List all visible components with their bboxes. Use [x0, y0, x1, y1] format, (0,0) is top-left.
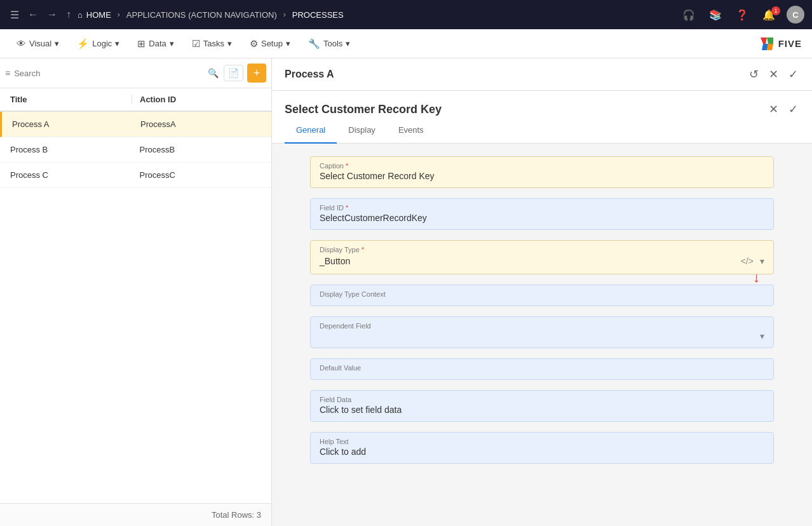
- tasks-icon: ☑: [192, 38, 200, 50]
- left-panel: ≡ 🔍 📄 + Title Action ID Process A Proces…: [0, 58, 272, 526]
- five-logo-svg: [758, 35, 776, 53]
- display-type-required: *: [362, 246, 364, 253]
- column-action-id: Action ID: [132, 95, 261, 104]
- code-icon[interactable]: </>: [740, 255, 755, 267]
- table-row[interactable]: Process C ProcessC: [0, 163, 271, 188]
- process-title: Process A: [285, 69, 334, 80]
- headset-icon[interactable]: 🎧: [680, 6, 698, 24]
- svg-marker-0: [761, 37, 767, 44]
- field-id-group: Field ID * SelectCustomerRecordKey: [310, 198, 774, 230]
- five-logo-text: FIVE: [778, 38, 802, 49]
- field-id-box[interactable]: Field ID * SelectCustomerRecordKey: [310, 198, 774, 230]
- caption-field-group: Caption * Select Customer Record Key: [310, 156, 774, 188]
- tab-events[interactable]: Events: [387, 118, 435, 144]
- logic-icon: ⚡: [77, 38, 89, 50]
- main-layout: ≡ 🔍 📄 + Title Action ID Process A Proces…: [0, 58, 812, 526]
- field-data-label: Field Data: [320, 396, 764, 403]
- field-id-required: *: [346, 204, 348, 212]
- toolbar-tools-label: Tools: [323, 39, 342, 48]
- data-dropdown-icon: ▾: [170, 39, 174, 48]
- breadcrumb-arrow-2: ›: [283, 10, 286, 19]
- display-type-context-box[interactable]: Display Type Context: [310, 285, 774, 306]
- form-title: Select Customer Record Key: [285, 103, 442, 116]
- table-row[interactable]: Process B ProcessB: [0, 137, 271, 163]
- breadcrumb-processes[interactable]: PROCESSES: [292, 10, 344, 20]
- confirm-form-icon[interactable]: ✓: [787, 101, 799, 118]
- tasks-dropdown-icon: ▾: [227, 39, 232, 48]
- caption-label: Caption *: [320, 162, 764, 170]
- display-type-dropdown-icon[interactable]: ▾: [760, 256, 764, 266]
- column-title: Title: [10, 95, 132, 104]
- breadcrumb-arrow-1: ›: [118, 10, 120, 19]
- top-navigation: ☰ ← → ↑ ⌂ HOME › APPLICATIONS (ACTION NA…: [0, 0, 812, 29]
- table-footer: Total Rows: 3: [0, 503, 271, 526]
- toolbar-tasks-label: Tasks: [203, 39, 224, 48]
- secondary-toolbar: 👁 Visual ▾ ⚡ Logic ▾ ⊞ Data ▾ ☑ Tasks ▾ …: [0, 29, 812, 58]
- up-icon[interactable]: ↑: [64, 6, 74, 23]
- forward-icon[interactable]: →: [44, 6, 60, 23]
- confirm-process-icon[interactable]: ✓: [787, 66, 799, 83]
- add-button[interactable]: +: [247, 64, 266, 83]
- document-button[interactable]: 📄: [224, 65, 243, 81]
- search-input[interactable]: [14, 69, 203, 78]
- form-tabs: General Display Events: [272, 118, 812, 144]
- breadcrumb-apps[interactable]: APPLICATIONS (ACTION NAVIGATION): [126, 10, 277, 20]
- history-icon[interactable]: ↺: [748, 66, 760, 83]
- field-data-group: Field Data Click to set field data: [310, 390, 774, 422]
- toolbar-visual[interactable]: 👁 Visual ▾: [10, 34, 65, 53]
- display-type-group: Display Type * _Button </> ▾ ↓: [310, 240, 774, 274]
- display-type-label: Display Type *: [320, 246, 764, 253]
- home-link[interactable]: ⌂ HOME: [78, 10, 111, 20]
- home-icon: ⌂: [78, 10, 83, 20]
- toolbar-data[interactable]: ⊞ Data ▾: [131, 34, 180, 53]
- row-title: Process A: [12, 119, 133, 129]
- data-icon: ⊞: [137, 38, 145, 50]
- dependent-field-box[interactable]: Dependent Field ▾: [310, 316, 774, 348]
- form-panel: Select Customer Record Key ✕ ✓ General D…: [272, 91, 812, 526]
- filter-icon: ≡: [5, 68, 10, 78]
- close-form-icon[interactable]: ✕: [768, 101, 780, 118]
- toolbar-logic[interactable]: ⚡ Logic ▾: [71, 34, 126, 53]
- toolbar-tasks[interactable]: ☑ Tasks ▾: [186, 34, 238, 53]
- row-action-id: ProcessC: [132, 170, 262, 180]
- red-arrow-indicator: ↓: [753, 269, 760, 286]
- tab-general[interactable]: General: [285, 118, 337, 144]
- help-text-value: Click to add: [320, 447, 764, 457]
- setup-icon: ⚙: [250, 38, 258, 50]
- search-button[interactable]: 🔍: [206, 67, 220, 79]
- field-data-box[interactable]: Field Data Click to set field data: [310, 390, 774, 422]
- row-action-id: ProcessB: [132, 145, 262, 154]
- toolbar-setup[interactable]: ⚙ Setup ▾: [243, 34, 297, 53]
- notification-badge: 1: [771, 6, 780, 15]
- table-row[interactable]: Process A ProcessA: [0, 112, 271, 137]
- help-icon[interactable]: ❓: [733, 6, 751, 24]
- five-logo: FIVE: [758, 35, 802, 53]
- caption-field-box[interactable]: Caption * Select Customer Record Key: [310, 156, 774, 188]
- form-header: Select Customer Record Key ✕ ✓: [272, 91, 812, 118]
- toolbar-logic-label: Logic: [92, 39, 112, 48]
- back-icon[interactable]: ←: [25, 6, 41, 23]
- library-icon[interactable]: 📚: [707, 6, 724, 24]
- row-title: Process B: [10, 145, 132, 154]
- display-type-box[interactable]: Display Type * _Button </> ▾: [310, 240, 774, 274]
- search-bar: ≡ 🔍 📄 +: [0, 58, 271, 88]
- user-avatar[interactable]: C: [787, 6, 804, 24]
- field-id-value: SelectCustomerRecordKey: [320, 213, 764, 223]
- toolbar-tools[interactable]: 🔧 Tools ▾: [302, 34, 356, 53]
- notifications-bell[interactable]: 🔔 1: [760, 9, 778, 21]
- menu-icon[interactable]: ☰: [8, 6, 22, 24]
- close-process-icon[interactable]: ✕: [768, 66, 780, 83]
- display-type-value: _Button: [320, 256, 350, 266]
- dependent-field-content: ▾: [320, 331, 764, 341]
- help-text-label: Help Text: [320, 438, 764, 445]
- default-value-label: Default Value: [320, 364, 764, 372]
- tab-display[interactable]: Display: [337, 118, 387, 144]
- tools-dropdown-icon: ▾: [346, 39, 350, 48]
- help-text-box[interactable]: Help Text Click to add: [310, 432, 774, 464]
- toolbar-setup-label: Setup: [261, 39, 283, 48]
- field-id-label: Field ID *: [320, 204, 764, 212]
- logic-dropdown-icon: ▾: [115, 39, 119, 48]
- default-value-box[interactable]: Default Value: [310, 358, 774, 380]
- display-type-content: _Button </> ▾: [320, 255, 764, 267]
- dependent-field-dropdown-icon[interactable]: ▾: [760, 331, 764, 341]
